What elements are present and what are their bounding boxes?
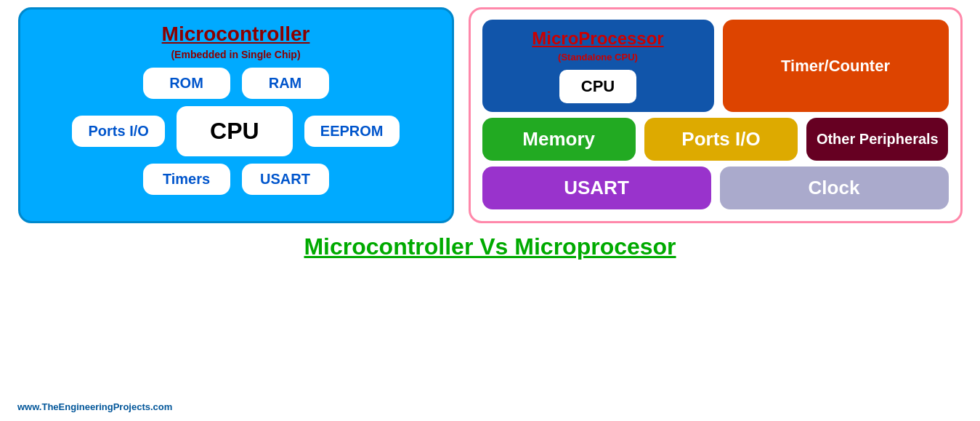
microcontroller-title: Microcontroller bbox=[162, 23, 310, 46]
cpu-chip: CPU bbox=[177, 106, 293, 156]
mc-row-1: ROM RAM bbox=[143, 68, 329, 99]
timer-counter-label: Timer/Counter bbox=[781, 57, 890, 76]
timers-chip: Timers bbox=[143, 164, 230, 195]
ports-io-label: Ports I/O bbox=[681, 128, 760, 151]
memory-label: Memory bbox=[522, 128, 595, 151]
timer-counter-box: Timer/Counter bbox=[723, 20, 949, 112]
usart-chip: USART bbox=[242, 164, 329, 195]
mp-header-box: MicroProcessor (Standalone CPU) CPU bbox=[482, 20, 714, 112]
other-peripherals-label: Other Peripherals bbox=[817, 131, 939, 148]
mc-row-2: Ports I/O CPU EEPROM bbox=[72, 106, 399, 156]
mp-top-row: MicroProcessor (Standalone CPU) CPU Time… bbox=[482, 20, 949, 112]
mc-row-3: Timers USART bbox=[143, 164, 329, 195]
mp-cpu-chip: CPU bbox=[559, 70, 636, 103]
watermark: www.TheEngineeringProjects.com bbox=[17, 401, 172, 412]
microprocessor-box: MicroProcessor (Standalone CPU) CPU Time… bbox=[469, 7, 963, 223]
ram-chip: RAM bbox=[242, 68, 329, 99]
other-peripherals-box: Other Peripherals bbox=[806, 118, 948, 161]
microprocessor-subtitle: (Standalone CPU) bbox=[558, 52, 638, 63]
main-diagram: Microcontroller (Embedded in Single Chip… bbox=[18, 7, 963, 223]
mp-usart-box: USART bbox=[482, 167, 711, 209]
microcontroller-subtitle: (Embedded in Single Chip) bbox=[171, 49, 300, 60]
rom-chip: ROM bbox=[143, 68, 230, 99]
ports-io-chip: Ports I/O bbox=[72, 116, 164, 147]
ports-io-box: Ports I/O bbox=[644, 118, 798, 161]
clock-label: Clock bbox=[809, 177, 860, 199]
clock-box: Clock bbox=[720, 167, 949, 209]
mp-bottom-row: USART Clock bbox=[482, 167, 949, 209]
microcontroller-box: Microcontroller (Embedded in Single Chip… bbox=[18, 7, 454, 223]
microprocessor-title: MicroProcessor bbox=[532, 28, 663, 49]
mp-usart-label: USART bbox=[564, 177, 629, 199]
eeprom-chip: EEPROM bbox=[304, 116, 400, 147]
bottom-title: Microcontroller Vs Microprocesor bbox=[304, 233, 676, 260]
memory-box: Memory bbox=[482, 118, 636, 161]
mp-mid-row: Memory Ports I/O Other Peripherals bbox=[482, 118, 949, 161]
